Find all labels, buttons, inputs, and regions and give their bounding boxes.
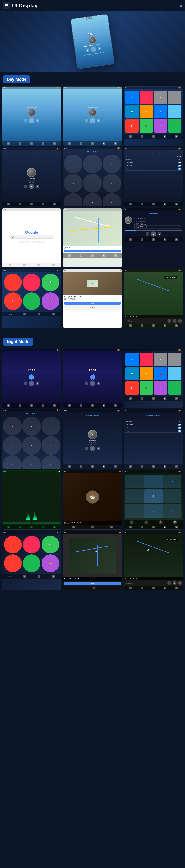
- na-icon-2[interactable]: 📞: [141, 397, 143, 400]
- eq-icon-5[interactable]: ⚙: [53, 526, 56, 528]
- nm1-prev[interactable]: ⏮: [24, 381, 27, 385]
- nn2-prev[interactable]: ⏮: [167, 581, 171, 585]
- social-play[interactable]: ▶: [151, 231, 156, 237]
- next-btn[interactable]: ⏭: [98, 46, 102, 51]
- g-icon-1[interactable]: ←: [9, 264, 11, 266]
- nm2-icon-5[interactable]: ⚙: [114, 404, 117, 407]
- app-icon-phone-main[interactable]: 📞: [139, 119, 153, 132]
- cp-icon-3[interactable]: ⚡: [52, 313, 55, 315]
- app-icon-msg[interactable]: 💬: [125, 105, 139, 118]
- song-item-2[interactable]: 🎵 华夏_消愁.mp3: [134, 220, 181, 223]
- eq-preset[interactable]: Preset: [47, 522, 60, 524]
- song-item-4[interactable]: 🎵 华夏_好汉歌2.mp3: [134, 226, 181, 228]
- nbtm-next[interactable]: ⏭: [97, 446, 100, 451]
- nd-locate[interactable]: 📍: [159, 520, 162, 524]
- icon-phone-2[interactable]: 📞: [80, 142, 82, 145]
- ncp-music[interactable]: ♪: [23, 536, 41, 554]
- dial-8[interactable]: 8: [83, 193, 102, 207]
- ncp-icon-2[interactable]: 📞: [38, 575, 41, 578]
- nm1-icon-5[interactable]: ⚙: [53, 404, 56, 407]
- nbtm-prev[interactable]: ⏮: [85, 446, 88, 451]
- day-m1-next[interactable]: ⏭: [36, 119, 39, 123]
- day-m2-prev[interactable]: ⏮: [85, 119, 88, 123]
- night-app-spotify[interactable]: 🎵: [168, 381, 181, 395]
- nd-arrow-6[interactable]: →: [163, 489, 181, 503]
- n-dial-2[interactable]: 2: [22, 417, 41, 435]
- nm1-icon-4[interactable]: ▶: [42, 404, 44, 407]
- nd-arrow-7[interactable]: ↙: [125, 504, 143, 518]
- google-lucky-btn[interactable]: I'm Feeling Lucky: [32, 241, 45, 243]
- n-dial-3[interactable]: 3: [42, 417, 60, 435]
- nav-icon-1[interactable]: ✉: [129, 324, 132, 327]
- nbs-icon-2[interactable]: 📞: [141, 465, 143, 468]
- na-icon-4[interactable]: ▶: [164, 397, 166, 400]
- nbs-icon-5[interactable]: ⚙: [175, 465, 178, 468]
- menu-icon[interactable]: [3, 2, 10, 9]
- bt-s-icon-4[interactable]: ▶: [164, 203, 166, 205]
- bt-s-icon-2[interactable]: 📞: [141, 203, 143, 205]
- nd-route[interactable]: 🗺: [173, 520, 177, 524]
- eq-icon-3[interactable]: ⚡: [30, 526, 33, 528]
- w-icon-2[interactable]: 📞: [80, 254, 82, 256]
- dial-2[interactable]: 2: [83, 155, 102, 174]
- day-m2-play[interactable]: ⏸: [90, 118, 95, 123]
- app-icon-carplay[interactable]: 🚗: [154, 105, 167, 118]
- app-icon-pod[interactable]: 🎙: [154, 119, 167, 132]
- nm2-icon-3[interactable]: ⚡: [91, 404, 94, 407]
- night-app-telegram[interactable]: ✈: [125, 353, 139, 366]
- s-icon-1[interactable]: ✉: [129, 238, 132, 241]
- bt-m-icon-1[interactable]: ✉: [7, 203, 10, 205]
- power-toggle[interactable]: [178, 168, 181, 170]
- nri-icon-2[interactable]: 📞: [91, 526, 94, 528]
- nav-icon-4[interactable]: ▶: [164, 324, 166, 327]
- icon-bt[interactable]: ⚡: [30, 142, 33, 145]
- ncp-radio[interactable]: 📻: [42, 555, 59, 572]
- w-icon-3[interactable]: ⚡: [91, 254, 94, 256]
- dial-1[interactable]: 1: [64, 155, 83, 174]
- nd-zoom-out[interactable]: -: [144, 520, 148, 524]
- nd-arrow-1[interactable]: ↖: [125, 474, 143, 489]
- bt-m-icon-3[interactable]: ⚡: [30, 203, 33, 205]
- ncp-icon-1[interactable]: ✉: [23, 575, 26, 578]
- night-app-files[interactable]: 📁: [154, 353, 167, 366]
- bt-m-icon-4[interactable]: ▶: [42, 203, 44, 205]
- n-power-toggle[interactable]: [178, 430, 181, 432]
- g-icon-3[interactable]: ⟳: [37, 264, 40, 266]
- waze-go-btn[interactable]: GO: [64, 250, 122, 252]
- g-icon-2[interactable]: →: [23, 264, 26, 266]
- app-icon-yt[interactable]: ▶: [125, 119, 139, 132]
- night-app-carplay[interactable]: 🚗: [154, 367, 167, 380]
- n-auto-connect-toggle[interactable]: [178, 427, 181, 429]
- s-icon-3[interactable]: ⚡: [152, 238, 155, 241]
- nm1-icon-1[interactable]: ✉: [7, 404, 10, 407]
- w-icon-4[interactable]: ▶: [103, 254, 105, 256]
- dial-6[interactable]: 6: [103, 174, 122, 193]
- nbm-icon-1[interactable]: ✉: [68, 465, 71, 468]
- app-icon-files[interactable]: 📁: [154, 91, 167, 104]
- n-dial-6[interactable]: 6: [42, 436, 60, 455]
- day-m1-prev[interactable]: ⏮: [24, 119, 27, 123]
- nd-arrow-8[interactable]: ↓: [144, 504, 162, 518]
- s-icon-2[interactable]: 📞: [141, 238, 143, 241]
- nd-zoom-in[interactable]: +: [130, 520, 134, 524]
- bt-play[interactable]: ▶: [29, 184, 34, 189]
- icon-bt-2[interactable]: ⚡: [91, 142, 94, 145]
- nnd-icon-4[interactable]: ▶: [164, 526, 166, 528]
- nn2-icon-2[interactable]: 📞: [141, 587, 143, 589]
- w-icon-5[interactable]: ⚙: [114, 254, 117, 256]
- nn2-icon-5[interactable]: ⚙: [175, 587, 178, 589]
- n-dial-1[interactable]: 1: [3, 417, 22, 435]
- nri-icon-3[interactable]: ⚡: [110, 526, 113, 528]
- bt-s-icon-5[interactable]: ⚙: [175, 203, 178, 205]
- ncp-icon-3[interactable]: ⚡: [52, 575, 55, 578]
- google-searchbar[interactable]: 🔍 Search: [9, 235, 54, 239]
- nm1-icon-2[interactable]: 📞: [19, 404, 21, 407]
- na-icon-1[interactable]: ✉: [129, 397, 132, 400]
- nbm-icon-2[interactable]: 📞: [80, 465, 82, 468]
- night-app-pod[interactable]: 🎙: [154, 381, 167, 395]
- s-icon-5[interactable]: ⚙: [175, 238, 178, 241]
- bt-prev[interactable]: ⏮: [24, 185, 27, 188]
- cp-icon-2[interactable]: 📞: [38, 313, 41, 315]
- nn2-play[interactable]: ▶: [173, 581, 177, 585]
- social-next[interactable]: ⏭: [158, 232, 161, 236]
